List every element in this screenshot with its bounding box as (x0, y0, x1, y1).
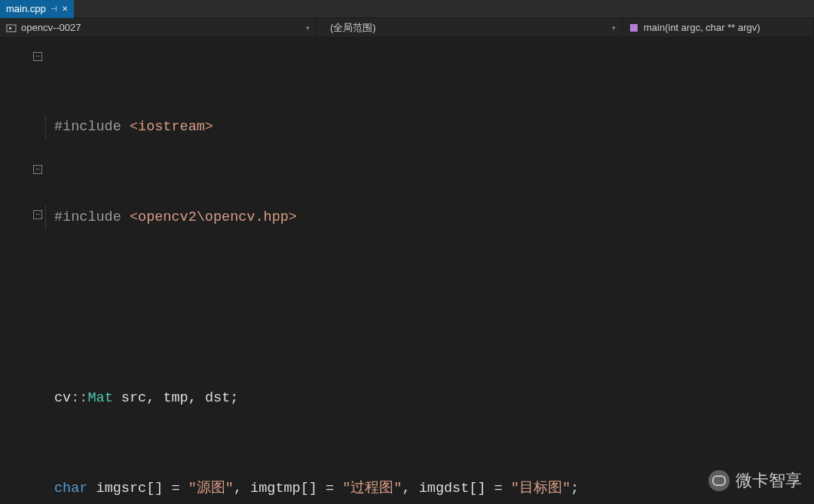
project-name: opencv--0027 (21, 22, 81, 33)
wechat-icon (708, 470, 730, 491)
code-editor[interactable]: − − − #include <iostream> #include <open… (0, 38, 814, 504)
svg-rect-2 (630, 24, 638, 32)
watermark: 微卡智享 (708, 469, 802, 492)
code-line[interactable]: cv::Mat src, tmp, dst; (44, 387, 814, 410)
watermark-text: 微卡智享 (736, 469, 802, 492)
fold-minus-icon[interactable]: − (33, 52, 42, 61)
chevron-down-icon: ▾ (306, 24, 310, 32)
editor-gutter[interactable]: − − − (0, 38, 44, 504)
code-line[interactable]: #include <opencv2\opencv.hpp> (44, 206, 814, 229)
project-scope-dropdown[interactable]: opencv--0027 ▾ (0, 18, 317, 37)
fold-minus-icon[interactable]: − (33, 210, 42, 219)
code-line[interactable]: #include <iostream> (44, 116, 814, 139)
fold-minus-icon[interactable]: − (33, 165, 42, 174)
function-dropdown[interactable]: main(int argc, char ** argv) (623, 18, 814, 37)
tab-filename: main.cpp (6, 3, 46, 14)
tab-bar: main.cpp ⊣ ✕ (0, 0, 814, 18)
code-line[interactable]: char imgsrc[] = "源图", imgtmp[] = "过程图", … (44, 478, 814, 500)
navigation-bar: opencv--0027 ▾ (全局范围) ▾ main(int argc, c… (0, 18, 814, 38)
code-line[interactable] (44, 297, 814, 319)
close-icon[interactable]: ✕ (62, 5, 68, 13)
chevron-down-icon: ▾ (612, 24, 616, 32)
function-signature: main(int argc, char ** argv) (644, 22, 760, 33)
pin-icon[interactable]: ⊣ (50, 5, 57, 13)
scope-label: (全局范围) (330, 21, 376, 35)
scope-dropdown[interactable]: (全局范围) ▾ (317, 18, 623, 37)
file-tab-main-cpp[interactable]: main.cpp ⊣ ✕ (0, 0, 74, 18)
svg-rect-1 (9, 27, 11, 29)
code-content[interactable]: #include <iostream> #include <opencv2\op… (44, 38, 814, 504)
function-icon (629, 23, 639, 33)
project-icon (6, 23, 17, 33)
